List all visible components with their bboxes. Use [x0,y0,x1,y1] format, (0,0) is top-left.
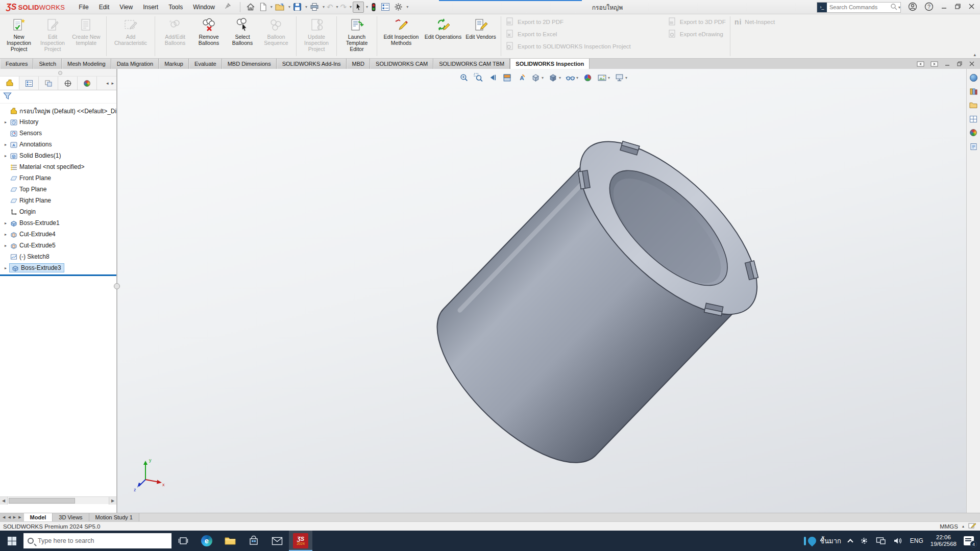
panel-collapse-handle[interactable] [114,283,120,289]
graphics-viewport[interactable]: A ▾ ▾ ▾ ▾ ▾ [117,69,966,513]
chevron-down-icon[interactable]: ▾ [305,5,307,9]
chevron-down-icon[interactable]: ▾ [576,76,578,80]
filter-icon[interactable] [3,92,12,102]
edit-vendors-button[interactable]: Edit Vendors [464,16,498,56]
prev-tab-icon[interactable]: ◀ [7,515,11,519]
new-inspection-project-button[interactable]: New Inspection Project [2,16,36,56]
tree-item-solid-bodies[interactable]: ▸ Solid Bodies(1) [0,150,116,161]
dimxpertmanager-icon[interactable] [58,77,78,90]
select-cursor-icon[interactable] [353,2,364,13]
tab-markup[interactable]: Markup [159,59,189,69]
tab-mbd-dimensions[interactable]: MBD Dimensions [222,59,277,69]
menu-file[interactable]: File [74,2,93,13]
panel-tabs-left-icon[interactable]: ◂ [106,81,109,86]
command-search[interactable]: ›_ ▾ [817,2,901,13]
chevron-down-icon[interactable]: ▾ [625,76,627,80]
dynamic-annotation-icon[interactable]: A [516,72,527,84]
document-close-icon[interactable] [969,61,975,67]
save-icon[interactable] [291,2,303,12]
3d-model-cylinder[interactable] [117,69,966,513]
home-icon[interactable] [244,2,257,12]
minimize-icon[interactable] [941,3,947,11]
tab-features[interactable]: Features [0,59,33,69]
clock[interactable]: 22:06 19/6/2568 [930,534,957,547]
tab-mbd[interactable]: MBD [347,59,370,69]
hide-show-items-icon[interactable]: ▾ [565,72,579,84]
file-explorer-icon[interactable] [218,531,242,551]
expand-arrow-icon[interactable]: ▸ [2,154,9,158]
display-icon[interactable] [876,537,886,545]
section-view-icon[interactable] [501,72,513,84]
expand-arrow-icon[interactable]: ▸ [2,243,9,248]
zoom-to-fit-icon[interactable] [458,72,470,84]
magnifier-icon[interactable] [890,3,897,12]
featuremanager-icon[interactable] [0,77,19,90]
configurationmanager-icon[interactable] [39,77,58,90]
chevron-down-icon[interactable]: ▾ [406,5,408,9]
expand-arrow-icon[interactable]: ▸ [2,221,9,226]
weather-widget[interactable]: ชื้นมาก [804,536,841,546]
task-view-icon[interactable] [172,531,195,551]
mail-icon[interactable] [265,531,289,551]
menu-edit[interactable]: Edit [94,2,114,13]
tab-solidworks-cam[interactable]: SOLIDWORKS CAM [370,59,433,69]
panel-splitter[interactable] [0,69,116,77]
tray-chevron-icon[interactable] [847,539,853,544]
tab-data-migration[interactable]: Data Migration [111,59,159,69]
snip-icon[interactable] [860,537,869,545]
chevron-down-icon[interactable]: ▾ [323,5,325,9]
print-icon[interactable] [308,2,321,12]
tree-item-cut-extrude4[interactable]: ▸ Cut-Extrude4 [0,229,116,240]
help-icon[interactable]: ? [924,2,934,13]
chevron-down-icon[interactable]: ▾ [542,76,544,80]
tree-item-annotations[interactable]: ▸ A Annotations [0,139,116,150]
expand-arrow-icon[interactable]: ▸ [2,142,9,147]
custom-properties-icon[interactable] [969,142,978,151]
window-next-icon[interactable] [930,61,938,67]
panel-tabs-right-icon[interactable]: ▸ [111,81,114,86]
tab-solidworks-inspection[interactable]: SOLIDWORKS Inspection [510,59,590,69]
scrollbar-thumb[interactable] [9,498,75,504]
edit-inspection-methods-button[interactable]: Edit Inspection Methods [380,16,422,56]
expand-arrow-icon[interactable]: ▸ [2,266,9,270]
document-minimize-icon[interactable] [944,61,950,67]
restore-icon[interactable] [954,3,961,11]
launch-template-editor-button[interactable]: Launch Template Editor [340,16,374,56]
tree-item-sensors[interactable]: Sensors [0,128,116,139]
options-gear-icon[interactable] [393,2,404,12]
appearances-icon[interactable] [969,128,978,137]
tree-item-boss-extrude1[interactable]: ▸ Boss-Extrude1 [0,217,116,229]
tree-item-top-plane[interactable]: Top Plane [0,184,116,195]
edge-icon[interactable]: e [195,531,218,551]
units-up-icon[interactable]: ▴ [962,524,964,529]
menu-window[interactable]: Window [188,2,219,13]
ribbon-collapse-icon[interactable]: ▴ [973,52,976,57]
zoom-to-area-icon[interactable] [473,72,484,84]
stoplight-icon[interactable] [369,2,378,13]
displaymanager-icon[interactable] [78,77,97,90]
view-orientation-icon[interactable]: ▾ [530,72,545,84]
panes-icon[interactable] [379,2,391,12]
view-settings-icon[interactable]: ▾ [614,72,628,84]
chevron-down-icon[interactable]: ▾ [366,5,368,9]
commands-search-input[interactable] [827,4,890,10]
menu-tools[interactable]: Tools [164,2,187,13]
scroll-right-icon[interactable]: ▶ [109,497,116,505]
remove-balloons-button[interactable]: Remove Balloons [192,16,226,56]
tree-item-right-plane[interactable]: Right Plane [0,195,116,206]
open-folder-icon[interactable] [274,2,286,12]
splitter-handle[interactable] [58,71,62,75]
tree-root[interactable]: กรอบใหญ่พ (Default) <<Default>_Displ [0,105,116,116]
tab-motion-study-1[interactable]: Motion Study 1 [89,513,139,521]
rollback-bar[interactable] [0,274,116,276]
chevron-down-icon[interactable]: ▾ [608,76,610,80]
document-restore-icon[interactable] [957,61,963,67]
file-explorer-icon[interactable] [969,101,978,110]
tab-3d-views[interactable]: 3D Views [53,513,89,521]
previous-view-icon[interactable] [487,72,499,84]
chevron-down-icon[interactable]: ▾ [559,76,561,80]
expand-arrow-icon[interactable]: ▸ [2,232,9,237]
last-tab-icon[interactable]: ▶ [17,515,22,519]
notification-icon[interactable]: 4 [964,536,974,545]
tree-item-cut-extrude5[interactable]: ▸ Cut-Extrude5 [0,240,116,251]
